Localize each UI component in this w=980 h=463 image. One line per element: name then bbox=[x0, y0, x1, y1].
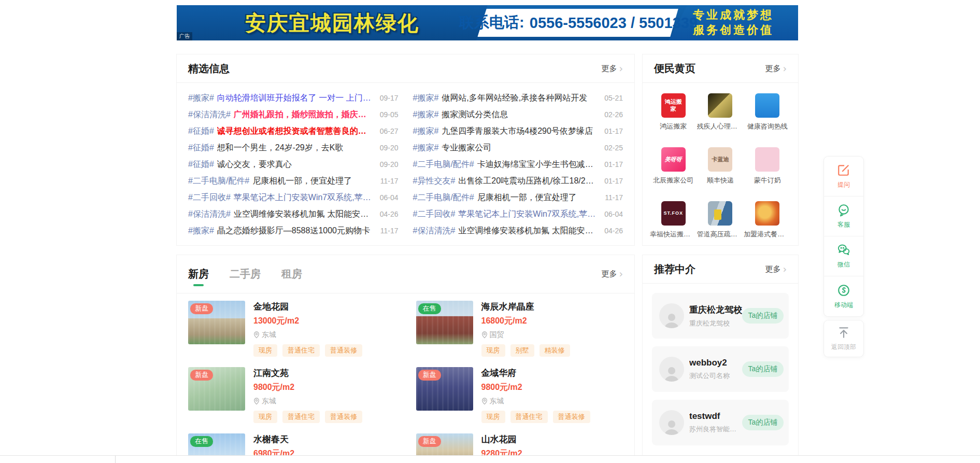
featured-item-date: 09-17 bbox=[380, 94, 399, 102]
listing-tags: 现房别墅精装修 bbox=[481, 344, 570, 357]
yellow-page-entry[interactable]: 残疾人心理咨询 bbox=[697, 93, 744, 131]
avatar bbox=[659, 410, 684, 435]
featured-item-date: 06-04 bbox=[380, 193, 399, 202]
featured-more-link[interactable]: 更多 › bbox=[601, 64, 623, 74]
agents-more-link[interactable]: 更多 › bbox=[765, 264, 787, 274]
listing-name: 江南文苑 bbox=[253, 367, 362, 379]
listing-card[interactable]: 新盘金域华府9800元/m2东城现房普通住宅普通装修 bbox=[416, 367, 623, 423]
yellow-page-entry[interactable]: 管道高压疏通… bbox=[697, 201, 744, 239]
listing-info: 江南文苑9800元/m2东城现房普通住宅普通装修 bbox=[253, 367, 362, 423]
agents-header: 推荐中介 更多 › bbox=[643, 255, 798, 284]
featured-item[interactable]: #二手回收#苹果笔记本上门安装Win7双系统,苹果电…06-04 bbox=[188, 189, 399, 206]
listing-location-text: 国贸 bbox=[490, 330, 504, 340]
featured-item-date: 02-25 bbox=[604, 144, 623, 152]
sidebar-item-label: 微信 bbox=[837, 260, 850, 269]
person-icon bbox=[663, 312, 680, 328]
sidebar-item-提问[interactable]: 提问 bbox=[824, 157, 863, 197]
featured-item[interactable]: #二手电脑/配件#尼康相机一部，便宜处理了11-17 bbox=[413, 189, 623, 206]
tab-二手房[interactable]: 二手房 bbox=[230, 259, 261, 289]
agent-shop-button[interactable]: Ta的店铺 bbox=[742, 308, 784, 324]
agent-name: 重庆松龙驾校 bbox=[689, 304, 742, 316]
featured-item-tag: #搬家# bbox=[188, 226, 214, 236]
yellow-page-entry[interactable]: 蒙牛订奶 bbox=[744, 147, 791, 185]
listing-card[interactable]: 新盘江南文苑9800元/m2东城现房普通住宅普通装修 bbox=[188, 367, 395, 423]
yellow-pages-more-link[interactable]: 更多 › bbox=[765, 64, 787, 74]
listing-location-text: 东城 bbox=[262, 397, 276, 406]
yellow-page-logo: 卡蓝迪 bbox=[708, 147, 732, 172]
person-icon bbox=[663, 418, 680, 435]
featured-item[interactable]: #异性交友#出售徐工20吨震动压路机/徐工18/21静压…01-17 bbox=[413, 173, 623, 189]
wechat-icon bbox=[837, 243, 850, 257]
featured-item-tag: #搬家# bbox=[413, 93, 439, 104]
sidebar-item-微信[interactable]: 微信 bbox=[824, 236, 863, 276]
floating-toolbar-card: 提问客服微信移动端 bbox=[824, 157, 863, 316]
featured-item-date: 06-27 bbox=[380, 127, 399, 135]
agents-panel: 推荐中介 更多 › 重庆松龙驾校重庆松龙驾校Ta的店铺webboy2测试公司名称… bbox=[643, 255, 798, 455]
featured-info-panel: 精选信息 更多 › #搬家#向动轮滑培训班开始报名了 一对一 上门服务09-17… bbox=[177, 54, 634, 245]
featured-item[interactable]: #搬家#做网站,多年网站经验,承接各种网站开发05-21 bbox=[413, 90, 623, 106]
housing-more-link[interactable]: 更多› bbox=[601, 269, 623, 279]
featured-item[interactable]: #搬家#九堡四季青服装大市场4楼290号依梦缘店01-17 bbox=[413, 123, 623, 139]
featured-column-right: #搬家#做网站,多年网站经验,承接各种网站开发05-21#搬家#搬家测试分类信息… bbox=[413, 90, 623, 239]
agent-shop-button[interactable]: Ta的店铺 bbox=[742, 415, 784, 430]
featured-item-tag: #保洁清洗# bbox=[188, 209, 231, 220]
sidebar-item-返回顶部[interactable]: 返回顶部 bbox=[824, 320, 863, 357]
tab-新房[interactable]: 新房 bbox=[188, 259, 209, 289]
featured-item-date: 09-05 bbox=[380, 110, 399, 119]
listing-name: 海辰水岸晶座 bbox=[481, 301, 570, 313]
yellow-pages-title: 便民黄页 bbox=[654, 62, 695, 76]
featured-item[interactable]: #保洁清洗#广州婚礼跟拍，婚纱照旅拍，婚庆摄影，…09-05 bbox=[188, 106, 399, 123]
banner-phone-number: 0556-5556023 / 5501339 bbox=[530, 15, 698, 32]
listing-info: 金域华府9800元/m2东城现房普通住宅普通装修 bbox=[481, 367, 590, 423]
featured-item[interactable]: #征婚#诚心交友，要求真心09-20 bbox=[188, 156, 399, 173]
yellow-pages-header: 便民黄页 更多 › bbox=[643, 54, 798, 83]
listing-tags: 现房普通住宅普通装修 bbox=[253, 344, 362, 357]
featured-column-left: #搬家#向动轮滑培训班开始报名了 一对一 上门服务09-17#保洁清洗#广州婚礼… bbox=[188, 90, 399, 239]
featured-item[interactable]: #保洁清洗#业空调维修安装移机加氟 太阳能安装维修04-26 bbox=[413, 222, 623, 239]
listing-card[interactable]: 在售海辰水岸晶座16800元/m2国贸现房别墅精装修 bbox=[416, 301, 623, 357]
listing-tag: 普通装修 bbox=[553, 411, 590, 423]
floating-toolbar: 提问客服微信移动端 返回顶部 bbox=[824, 157, 863, 361]
tab-租房[interactable]: 租房 bbox=[281, 259, 302, 289]
featured-item[interactable]: #二手电脑/配件#卡迪奴海绵宝宝小学生书包减负双肩…01-17 bbox=[413, 156, 623, 173]
yellow-page-logo: ST.FOX bbox=[661, 201, 686, 226]
featured-item[interactable]: #征婚#诚寻想创业或者想投资或者智慧善良的朋友06-27 bbox=[188, 123, 399, 139]
featured-item[interactable]: #二手电脑/配件#尼康相机一部，便宜处理了11-17 bbox=[188, 173, 399, 189]
agent-shop-button[interactable]: Ta的店铺 bbox=[742, 361, 784, 377]
sidebar-item-移动端[interactable]: 移动端 bbox=[824, 276, 863, 316]
yellow-page-entry[interactable]: 鸿运搬家鸿运搬家 bbox=[650, 93, 697, 131]
yellow-page-entry[interactable]: 美呀呀北辰搬家公司 bbox=[650, 147, 697, 185]
featured-item-date: 01-17 bbox=[604, 160, 623, 169]
listing-photo: 新盘 bbox=[188, 301, 245, 344]
listing-name: 水榭春天 bbox=[253, 433, 362, 445]
featured-item[interactable]: #保洁清洗#业空调维修安装移机加氟 太阳能安装维修04-26 bbox=[188, 206, 399, 222]
listing-card[interactable]: 在售水榭春天6980元/m2东城现房普通住宅普通装修 bbox=[188, 433, 395, 455]
listing-card[interactable]: 新盘金地花园13000元/m2东城现房普通住宅普通装修 bbox=[188, 301, 395, 357]
sidebar-item-客服[interactable]: 客服 bbox=[824, 197, 863, 236]
listing-card[interactable]: 新盘山水花园9280元/m2东城现房普通住宅普通装修 bbox=[416, 433, 623, 455]
banner-company-name: 安庆宜城园林绿化 bbox=[245, 9, 419, 37]
featured-item[interactable]: #征婚#想和一个男生，24岁-29岁，去K歌09-20 bbox=[188, 139, 399, 156]
yellow-page-logo bbox=[755, 93, 779, 118]
yellow-page-entry[interactable]: 卡蓝迪顺丰快递 bbox=[697, 147, 744, 185]
housing-grid: 新盘金地花园13000元/m2东城现房普通住宅普通装修在售海辰水岸晶座16800… bbox=[177, 293, 634, 455]
featured-item[interactable]: #搬家#搬家测试分类信息02-26 bbox=[413, 106, 623, 123]
top-ad-banner[interactable]: 安庆宜城园林绿化 联系电话: 0556-5556023 / 5501339 专业… bbox=[177, 5, 798, 40]
yellow-page-entry[interactable]: ST.FOX幸福快运搬家… bbox=[650, 201, 697, 239]
featured-item[interactable]: #搬家#向动轮滑培训班开始报名了 一对一 上门服务09-17 bbox=[188, 90, 399, 106]
featured-item[interactable]: #二手回收#苹果笔记本上门安装Win7双系统,苹果电…06-04 bbox=[413, 206, 623, 222]
featured-item-date: 01-17 bbox=[604, 127, 623, 135]
person-icon bbox=[663, 365, 680, 382]
featured-item-tag: #异性交友# bbox=[413, 176, 456, 187]
yellow-page-entry[interactable]: 健康咨询热线 bbox=[744, 93, 791, 131]
listing-price: 9800元/m2 bbox=[253, 382, 362, 393]
featured-item[interactable]: #搬家#晶之恋婚纱摄影厅—8588送1000元购物卡11-17 bbox=[188, 222, 399, 239]
listing-badge: 新盘 bbox=[190, 303, 213, 314]
agent-name: webboy2 bbox=[689, 358, 742, 368]
yellow-page-entry[interactable]: 加盟港式餐饮… bbox=[744, 201, 791, 239]
featured-item[interactable]: #搬家#专业搬家公司02-25 bbox=[413, 139, 623, 156]
yellow-page-logo: 美呀呀 bbox=[661, 147, 686, 172]
banner-company-block: 安庆宜城园林绿化 bbox=[177, 5, 488, 40]
listing-tag: 现房 bbox=[253, 411, 277, 423]
featured-item-date: 11-17 bbox=[380, 227, 399, 235]
